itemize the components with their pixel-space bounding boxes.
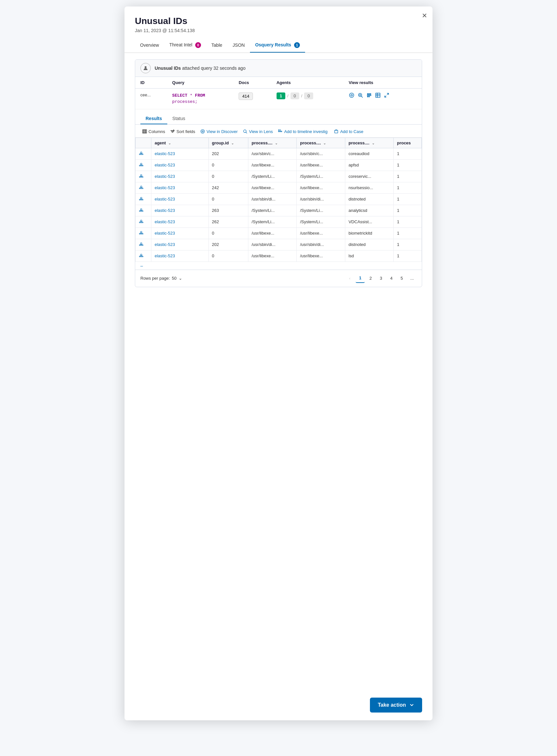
view-results-expand-btn[interactable] [384, 92, 389, 98]
col-header-process3[interactable]: process.... ⌄ [345, 138, 393, 148]
row-group-id: 242 [208, 182, 248, 193]
svg-point-58 [141, 199, 142, 200]
row-process3: apfsd [345, 159, 393, 171]
row-group-id: 202 [208, 239, 248, 250]
col-header-checkbox [136, 138, 151, 148]
tab-overview[interactable]: Overview [135, 38, 164, 52]
svg-point-36 [139, 165, 140, 166]
svg-point-93 [141, 256, 142, 257]
tab-threat-intel[interactable]: Threat Intel 0 [164, 38, 206, 53]
more-pages-button[interactable]: ... [408, 274, 417, 283]
add-to-case-button[interactable]: Add to Case [332, 128, 365, 135]
svg-point-79 [141, 233, 142, 234]
view-results-actions [344, 88, 422, 109]
svg-point-25 [278, 130, 279, 131]
col-header-process2[interactable]: process.... ⌄ [297, 138, 345, 148]
page-4-button[interactable]: 4 [387, 274, 396, 283]
view-results-lens-btn[interactable] [358, 92, 363, 98]
col-header-agents: Agents [271, 77, 344, 89]
view-results-discover-btn[interactable] [349, 92, 354, 98]
view-results-timeline-btn[interactable] [367, 92, 372, 98]
row-process1: /usr/sbin/di... [248, 239, 297, 250]
row-agent[interactable]: elastic-523 [151, 171, 208, 182]
sort-fields-button[interactable]: Sort fields [168, 128, 197, 135]
svg-point-72 [141, 222, 142, 223]
modal-subtitle: Jan 11, 2023 @ 11:54:54.138 [135, 28, 422, 33]
row-checkbox-cell [136, 227, 151, 239]
svg-point-29 [139, 154, 140, 155]
tab-json[interactable]: JSON [228, 38, 250, 52]
row-agent[interactable]: elastic-523 [151, 216, 208, 227]
row-process2: /usr/sbin/c... [297, 148, 345, 159]
agent-sort-icon: ⌄ [168, 141, 171, 145]
page-1-button[interactable]: 1 [356, 274, 365, 283]
row-agent[interactable]: elastic-523 [151, 159, 208, 171]
row-agent[interactable]: elastic-523 [151, 239, 208, 250]
page-2-button[interactable]: 2 [366, 274, 375, 283]
row-process1: /usr/libexe... [248, 227, 297, 239]
svg-point-50 [139, 188, 140, 189]
table-row: elastic-523 0 /usr/libexe... /usr/libexe… [136, 250, 422, 261]
row-agent[interactable]: elastic-523 [151, 205, 208, 216]
page-3-button[interactable]: 3 [376, 274, 385, 283]
svg-point-2 [351, 94, 352, 96]
svg-point-37 [141, 165, 142, 166]
svg-point-66 [142, 211, 143, 212]
row-process4: 1 [393, 159, 422, 171]
row-process4: 1 [393, 239, 422, 250]
svg-point-28 [140, 152, 142, 153]
table-row: elastic-523 202 /usr/sbin/di... /usr/sbi… [136, 239, 422, 250]
svg-rect-17 [144, 130, 145, 133]
row-process4: 1 [393, 205, 422, 216]
svg-point-21 [243, 130, 246, 132]
view-in-discover-button[interactable]: View in Discover [198, 128, 240, 135]
svg-point-63 [140, 208, 142, 210]
results-tab-results[interactable]: Results [140, 113, 167, 124]
group-sort-icon: ⌄ [231, 141, 234, 145]
page-5-button[interactable]: 5 [397, 274, 406, 283]
tab-table[interactable]: Table [206, 38, 227, 52]
rows-per-page-selector[interactable]: Rows per page: 50 ⌄ [140, 276, 182, 281]
table-row: elastic-523 0 /usr/libexe... /usr/libexe… [136, 227, 422, 239]
svg-point-73 [142, 222, 143, 223]
user-icon [140, 63, 151, 73]
close-button[interactable]: ✕ [422, 12, 427, 20]
agents-pending: 0 [291, 92, 299, 99]
row-agent[interactable]: elastic-523 [151, 227, 208, 239]
more-rows-hint[interactable]: – [135, 262, 422, 270]
col-header-agent[interactable]: agent ⌄ [151, 138, 208, 148]
table-row: elastic-523 263 /System/Li... /System/Li… [136, 205, 422, 216]
query-docs: 414 [233, 88, 271, 109]
tab-osquery-results[interactable]: Osquery Results 1 [250, 38, 305, 53]
row-agent[interactable]: elastic-523 [151, 182, 208, 193]
svg-rect-18 [146, 130, 147, 133]
add-to-timeline-button[interactable]: Add to timeline investig [276, 128, 329, 135]
row-agent[interactable]: elastic-523 [151, 193, 208, 205]
row-agent[interactable]: elastic-523 [151, 250, 208, 261]
proc1-sort-icon: ⌄ [275, 141, 277, 145]
row-process2: /System/Li... [297, 216, 345, 227]
col-header-process1[interactable]: process.... ⌄ [248, 138, 297, 148]
columns-button[interactable]: Columns [140, 128, 167, 135]
results-tab-status[interactable]: Status [167, 113, 190, 124]
col-header-group-id[interactable]: group.id ⌄ [208, 138, 248, 148]
modal-header: Unusual IDs Jan 11, 2023 @ 11:54:54.138 [124, 6, 433, 33]
row-process4: 1 [393, 171, 422, 182]
results-toolbar: Columns Sort fields View in Discover [135, 124, 422, 138]
svg-point-87 [142, 245, 143, 246]
view-in-lens-button[interactable]: View in Lens [241, 128, 274, 135]
osquery-results-badge: 1 [294, 42, 300, 48]
svg-point-52 [142, 188, 143, 189]
row-agent[interactable]: elastic-523 [151, 148, 208, 159]
row-process1: /usr/sbin/di... [248, 193, 297, 205]
prev-page-button[interactable]: ‹ [345, 274, 354, 283]
svg-point-42 [140, 174, 142, 176]
proc2-sort-icon: ⌄ [323, 141, 326, 145]
row-process4: 1 [393, 193, 422, 205]
view-results-table-btn[interactable] [375, 92, 381, 98]
row-group-id: 0 [208, 159, 248, 171]
table-row: elastic-523 262 /System/Li... /System/Li… [136, 216, 422, 227]
col-header-process4: proces [393, 138, 422, 148]
svg-point-77 [140, 231, 142, 233]
take-action-button[interactable]: Take action [370, 698, 422, 712]
